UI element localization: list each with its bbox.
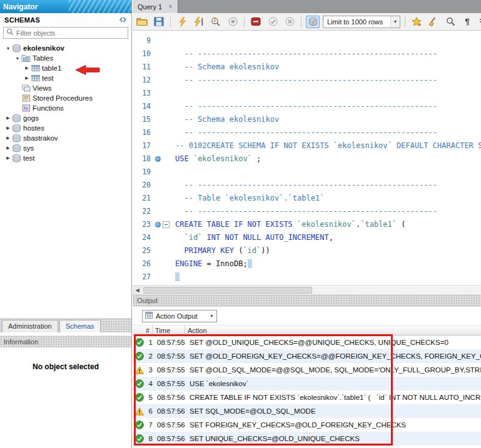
rollback-icon[interactable] bbox=[283, 16, 296, 28]
output-row-3[interactable]: 308:57:55SET @OLD_SQL_MODE=@@SQL_MODE, S… bbox=[133, 363, 481, 377]
output-row-5[interactable]: 508:57:56CREATE TABLE IF NOT EXISTS `eko… bbox=[133, 391, 481, 404]
row-index: 4 bbox=[144, 380, 153, 387]
schema-tree: ▼ekolesnikov▼Tables▶table1▶testViewsStor… bbox=[0, 41, 131, 163]
editor-horizontal-scrollbar[interactable]: ◀ bbox=[133, 285, 481, 294]
output-row-1[interactable]: 108:57:55SET @OLD_UNIQUE_CHECKS=@@UNIQUE… bbox=[133, 336, 481, 349]
line-number: 16 bbox=[133, 126, 153, 139]
chevron-down-icon[interactable]: ▼ bbox=[390, 16, 400, 27]
code-line-27[interactable]: 27 bbox=[133, 271, 481, 284]
chevron-down-icon[interactable]: ▼ bbox=[207, 311, 216, 322]
row-index: 2 bbox=[144, 352, 153, 360]
collapsed-arrow-icon[interactable]: ▶ bbox=[24, 66, 30, 71]
wrap-text-icon[interactable] bbox=[477, 16, 481, 28]
stop-execution-icon[interactable] bbox=[226, 16, 240, 28]
navigator-title: Navigator bbox=[0, 2, 38, 11]
code-line-17[interactable]: 17-- 0102CREATE SCHEMA IF NOT EXISTS `ek… bbox=[133, 139, 481, 152]
code-line-16[interactable]: 16 -- ----------------------------------… bbox=[133, 126, 481, 139]
tab-schemas[interactable]: Schemas bbox=[59, 320, 101, 332]
toggle-autocommit-icon[interactable] bbox=[306, 16, 320, 28]
code-line-23[interactable]: 23CREATE TABLE IF NOT EXISTS `ekolesniko… bbox=[133, 218, 481, 231]
collapsed-arrow-icon[interactable]: ▶ bbox=[24, 76, 30, 81]
limit-rows-dropdown[interactable]: Limit to 1000 rows ▼ bbox=[323, 16, 400, 28]
code-line-15[interactable]: 15 -- Schema ekolesnikov bbox=[133, 113, 481, 126]
row-time: 08:57:56 bbox=[153, 421, 185, 429]
collapsed-arrow-icon[interactable]: ▶ bbox=[5, 126, 11, 131]
tree-item-functions[interactable]: fxFunctions bbox=[0, 103, 131, 113]
tree-item-tables[interactable]: ▼Tables bbox=[0, 53, 131, 63]
code-line-12[interactable]: 12 -- ----------------------------------… bbox=[133, 74, 481, 87]
column-header-action[interactable]: Action bbox=[185, 326, 481, 335]
sql-code-editor[interactable]: 910 -- ---------------------------------… bbox=[133, 31, 481, 285]
code-line-26[interactable]: 26ENGINE = InnoDB; bbox=[133, 257, 481, 271]
code-line-10[interactable]: 10 -- ----------------------------------… bbox=[133, 47, 481, 61]
open-script-icon[interactable] bbox=[135, 16, 149, 28]
column-header-time[interactable]: Time bbox=[153, 326, 185, 335]
beautify-script-icon[interactable] bbox=[427, 16, 440, 28]
code-text: -- -------------------------------------… bbox=[175, 126, 481, 139]
collapsed-arrow-icon[interactable]: ▶ bbox=[5, 146, 11, 151]
filter-box[interactable] bbox=[3, 27, 128, 39]
gutter-markers bbox=[153, 47, 175, 61]
tree-item-ekolesnikov[interactable]: ▼ekolesnikov bbox=[0, 43, 131, 53]
collapsed-arrow-icon[interactable]: ▶ bbox=[5, 156, 11, 161]
toggle-stop-on-error-icon[interactable] bbox=[249, 16, 263, 28]
tree-item-stored-procedures[interactable]: Stored Procedures bbox=[0, 93, 131, 103]
line-number: 14 bbox=[133, 100, 153, 113]
output-row-8[interactable]: 808:57:56SET UNIQUE_CHECKS=@OLD_UNIQUE_C… bbox=[133, 432, 481, 446]
output-row-4[interactable]: 408:57:55USE `ekolesnikov` bbox=[133, 377, 481, 391]
tree-item-test[interactable]: ▶test bbox=[0, 153, 131, 163]
tree-item-gogs[interactable]: ▶gogs bbox=[0, 113, 131, 123]
row-action: SET @OLD_UNIQUE_CHECKS=@@UNIQUE_CHECKS, … bbox=[185, 339, 481, 346]
code-line-25[interactable]: 25 PRIMARY KEY (`id`)) bbox=[133, 244, 481, 257]
tab-administration[interactable]: Administration bbox=[2, 320, 58, 332]
collapsed-arrow-icon[interactable]: ▶ bbox=[5, 136, 11, 141]
code-line-9[interactable]: 9 bbox=[133, 34, 481, 47]
code-line-24[interactable]: 24 `id` INT NOT NULL AUTO_INCREMENT, bbox=[133, 231, 481, 244]
horizontal-scrollbar-thumb[interactable] bbox=[143, 287, 312, 294]
find-icon[interactable] bbox=[443, 16, 457, 28]
save-script-icon[interactable] bbox=[152, 16, 166, 28]
tree-item-views[interactable]: Views bbox=[0, 83, 131, 93]
output-row-6[interactable]: 608:57:56SET SQL_MODE=@OLD_SQL_MODE bbox=[133, 404, 481, 418]
expanded-arrow-icon[interactable]: ▼ bbox=[14, 56, 21, 61]
execute-current-statement-icon[interactable] bbox=[192, 16, 206, 28]
line-number: 24 bbox=[133, 231, 153, 244]
filter-input[interactable] bbox=[16, 29, 125, 37]
tree-item-sbastrakov[interactable]: ▶sbastrakov bbox=[0, 133, 131, 143]
line-number: 18 bbox=[133, 152, 153, 166]
code-line-22[interactable]: 22 -- ----------------------------------… bbox=[133, 205, 481, 218]
code-line-20[interactable]: 20 -- ----------------------------------… bbox=[133, 179, 481, 192]
close-tab-icon[interactable]: × bbox=[168, 3, 172, 10]
expand-panel-icon[interactable] bbox=[119, 16, 127, 24]
code-line-13[interactable]: 13 bbox=[133, 87, 481, 100]
code-line-11[interactable]: 11 -- Schema ekolesnikov bbox=[133, 61, 481, 74]
output-row-7[interactable]: 708:57:56SET FOREIGN_KEY_CHECKS=@OLD_FOR… bbox=[133, 418, 481, 432]
code-line-18[interactable]: 18USE `ekolesnikov` ; bbox=[133, 152, 481, 166]
save-snippet-icon[interactable] bbox=[410, 16, 423, 28]
toggle-invisible-characters-icon[interactable]: ¶ bbox=[460, 16, 474, 28]
line-number: 27 bbox=[133, 271, 153, 284]
gutter-markers bbox=[153, 244, 175, 257]
output-view-selector[interactable]: Action Output ▼ bbox=[142, 310, 217, 322]
commit-icon[interactable] bbox=[266, 16, 280, 28]
tree-item-hostes[interactable]: ▶hostes bbox=[0, 123, 131, 133]
tab-query-1[interactable]: Query 1 × bbox=[133, 0, 178, 13]
tree-item-sys[interactable]: ▶sys bbox=[0, 143, 131, 153]
code-line-14[interactable]: 14 -- ----------------------------------… bbox=[133, 100, 481, 113]
code-line-21[interactable]: 21 -- Table `ekolesnikov`.`table1` bbox=[133, 192, 481, 205]
code-line-19[interactable]: 19 bbox=[133, 166, 481, 179]
fold-collapse-icon[interactable] bbox=[163, 221, 170, 228]
execute-script-icon[interactable] bbox=[175, 16, 189, 28]
scroll-left-arrow-icon[interactable]: ◀ bbox=[133, 286, 142, 294]
explain-plan-icon[interactable] bbox=[209, 16, 223, 28]
output-row-2[interactable]: 208:57:55SET @OLD_FOREIGN_KEY_CHECKS=@@F… bbox=[133, 349, 481, 363]
column-header-index[interactable]: # bbox=[133, 326, 153, 335]
tree-item-table1[interactable]: ▶table1 bbox=[0, 63, 131, 73]
gutter-markers bbox=[153, 126, 175, 139]
collapsed-arrow-icon[interactable]: ▶ bbox=[5, 116, 11, 121]
expanded-arrow-icon[interactable]: ▼ bbox=[5, 46, 11, 51]
tree-item-test[interactable]: ▶test bbox=[0, 73, 131, 83]
row-action: SET @OLD_FOREIGN_KEY_CHECKS=@@FOREIGN_KE… bbox=[185, 352, 481, 360]
schemas-section-header[interactable]: SCHEMAS bbox=[0, 13, 131, 26]
toolbar-separator bbox=[405, 17, 405, 27]
